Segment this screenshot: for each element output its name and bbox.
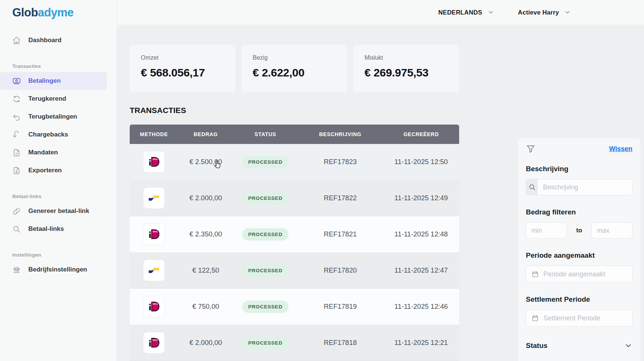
language-selector[interactable]: NEDERLANDS xyxy=(438,9,494,16)
transaction-description: REF17819 xyxy=(297,302,383,311)
table-row[interactable]: DEAL € 750,00 PROCESSED REF17819 11-11-2… xyxy=(130,289,459,325)
status-badge: PROCESSED xyxy=(242,337,288,349)
account-label: Actieve Harry xyxy=(518,9,559,16)
filter-heading-periode: Periode aangemaakt xyxy=(526,251,632,260)
transaction-description: REF17821 xyxy=(297,230,383,238)
status-badge: PROCESSED xyxy=(242,301,288,313)
center-column: Omzet € 568.056,17 Bezig € 2.622,00 Misl… xyxy=(130,45,459,361)
sidebar: Globadyme Dashboard Transacties Betaling… xyxy=(0,0,117,361)
page-title: TRANSACTIES xyxy=(130,106,459,115)
sidebar-item-label: Mandaten xyxy=(28,149,58,156)
svg-text:DEAL: DEAL xyxy=(153,339,158,341)
filter-heading-bedrag: Bedrag filteren xyxy=(526,208,632,216)
table-row[interactable]: € 122,50 PROCESSED REF17820 11-11-2025 1… xyxy=(130,252,459,289)
column-header-methode: METHODE xyxy=(130,131,178,137)
transaction-description: REF17823 xyxy=(297,158,383,166)
chevron-down-icon xyxy=(487,9,494,16)
content-area: Omzet € 568.056,17 Bezig € 2.622,00 Misl… xyxy=(117,25,644,361)
transaction-amount: € 122,50 xyxy=(178,266,233,274)
table-row[interactable]: DEAL € 2.500,00 PROCESSED REF17823 11-11… xyxy=(130,144,459,180)
transaction-amount: € 2.350,00 xyxy=(178,230,233,238)
transaction-amount: € 750,00 xyxy=(178,302,233,311)
transaction-description: REF17822 xyxy=(297,194,383,202)
topbar: NEDERLANDS Actieve Harry xyxy=(117,0,644,25)
status-badge: PROCESSED xyxy=(242,156,288,168)
stat-label: Mislukt xyxy=(364,54,459,61)
table-row[interactable]: DEAL € 2.350,00 PROCESSED REF17821 11-11… xyxy=(130,216,459,252)
sidebar-item-dashboard[interactable]: Dashboard xyxy=(0,31,107,49)
table-row[interactable]: DEAL € 2.000,00 PROCESSED REF17818 11-11… xyxy=(130,325,459,361)
sidebar-item-betalingen[interactable]: Betalingen xyxy=(0,72,107,90)
created-period-picker[interactable]: Periode aangemaakt xyxy=(526,266,632,283)
banknote-icon xyxy=(12,77,21,85)
transaction-amount: € 2.000,00 xyxy=(178,194,233,202)
status-filter-toggle[interactable]: Status xyxy=(526,342,632,350)
sidebar-item-chargebacks[interactable]: Chargebacks xyxy=(0,126,107,144)
home-icon xyxy=(12,36,21,45)
sidebar-item-label: Genereer betaal-link xyxy=(28,207,89,215)
hook-arrow-down-icon xyxy=(12,131,21,139)
ideal-logo-icon: DEAL xyxy=(143,332,165,354)
sidebar-item-terugbetalingen[interactable]: Terugbetalingen xyxy=(0,108,107,126)
stat-value: € 269.975,53 xyxy=(364,66,459,79)
table-row[interactable]: € 2.000,00 PROCESSED REF17822 11-11-2025… xyxy=(130,180,459,216)
calendar-icon xyxy=(531,314,539,322)
stat-card-mislukt: Mislukt € 269.975,53 xyxy=(353,45,459,92)
sidebar-section-transacties: Transacties xyxy=(0,63,117,69)
amount-min-input[interactable] xyxy=(526,222,567,239)
settlement-period-picker[interactable]: Settlement Periode xyxy=(526,310,632,327)
range-separator-label: to xyxy=(576,227,582,234)
document-download-icon xyxy=(12,166,21,175)
app-logo[interactable]: Globadyme xyxy=(0,4,117,19)
filter-funnel-icon xyxy=(526,144,536,154)
logo-text-primary: Glob xyxy=(12,6,38,19)
language-label: NEDERLANDS xyxy=(438,9,482,16)
sidebar-item-genereer-betaal-link[interactable]: Genereer betaal-link xyxy=(0,202,107,220)
created-period-placeholder: Periode aangemaakt xyxy=(543,270,605,278)
clear-filters-link[interactable]: Wissen xyxy=(609,145,632,153)
sidebar-item-label: Terugkerend xyxy=(28,95,66,103)
sidebar-item-terugkerend[interactable]: Terugkerend xyxy=(0,90,107,108)
search-icon xyxy=(526,179,538,195)
column-header-beschrijving: BESCHRIJVING xyxy=(297,131,383,137)
app-root: Globadyme Dashboard Transacties Betaling… xyxy=(0,0,644,361)
sidebar-item-mandaten[interactable]: Mandaten xyxy=(0,144,107,161)
status-badge: PROCESSED xyxy=(242,192,288,204)
transaction-created: 11-11-2025 12:50 xyxy=(383,158,459,166)
sidebar-item-label: Exporteren xyxy=(28,167,62,174)
undo-arrow-icon xyxy=(12,113,21,121)
transaction-description: REF17818 xyxy=(297,339,383,347)
bancontact-logo-icon xyxy=(143,260,165,281)
chevron-down-icon xyxy=(624,342,632,350)
bank-icon xyxy=(12,266,21,274)
sidebar-item-label: Bedrijfsinstellingen xyxy=(28,266,87,273)
settlement-period-placeholder: Settlement Periode xyxy=(543,314,600,322)
svg-text:DEAL: DEAL xyxy=(153,303,158,305)
amount-max-input[interactable] xyxy=(591,222,632,239)
search-icon xyxy=(12,225,21,233)
refresh-cycle-icon xyxy=(12,95,21,103)
sidebar-item-betaal-links[interactable]: Betaal-links xyxy=(0,220,107,238)
transaction-created: 11-11-2025 12:49 xyxy=(383,194,459,202)
stat-value: € 2.622,00 xyxy=(253,66,347,79)
account-menu[interactable]: Actieve Harry xyxy=(518,9,571,16)
svg-text:DEAL: DEAL xyxy=(153,230,158,233)
column-header-gecreeerd: GECREËERD xyxy=(383,131,459,137)
status-badge: PROCESSED xyxy=(242,228,288,241)
sidebar-item-exporteren[interactable]: Exporteren xyxy=(0,161,107,179)
stat-card-omzet: Omzet € 568.056,17 xyxy=(130,45,236,92)
sidebar-item-bedrijfsinstellingen[interactable]: Bedrijfsinstellingen xyxy=(0,261,107,279)
transaction-created: 11-11-2025 12:21 xyxy=(383,339,459,347)
description-search-input[interactable] xyxy=(538,179,632,195)
sidebar-item-label: Chargebacks xyxy=(28,131,68,138)
ideal-logo-icon: DEAL xyxy=(143,223,165,245)
sidebar-item-label: Betaal-links xyxy=(28,225,64,233)
sidebar-section-instellingen: Instellingen xyxy=(0,252,117,258)
filter-heading-status: Status xyxy=(526,342,547,350)
transaction-amount: € 2.500,00 xyxy=(178,158,233,166)
transaction-description: REF17820 xyxy=(297,266,383,274)
transaction-created: 11-11-2025 12:48 xyxy=(383,230,459,238)
link-icon xyxy=(12,207,21,216)
table-header: METHODE BEDRAG STATUS BESCHRIJVING GECRE… xyxy=(130,125,459,144)
sidebar-item-label: Dashboard xyxy=(28,37,61,44)
